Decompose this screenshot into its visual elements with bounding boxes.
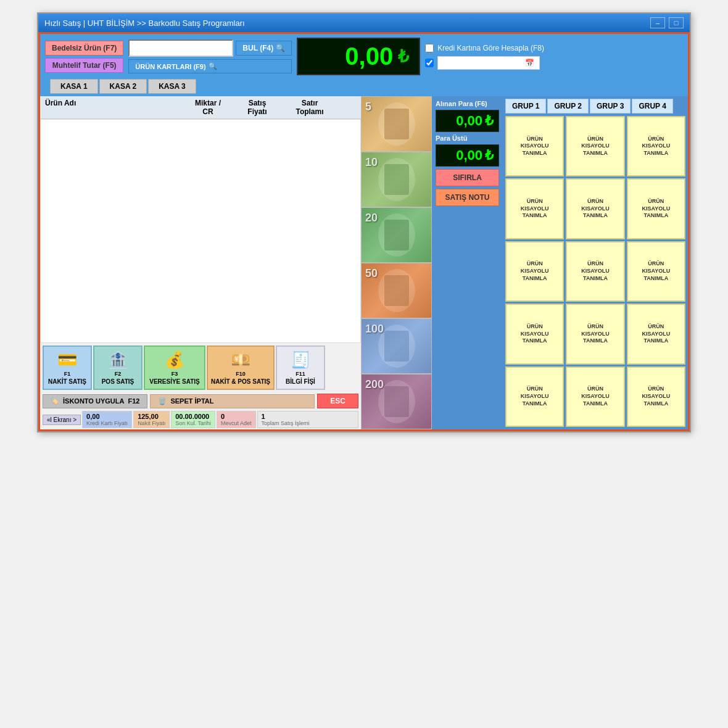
nakit-fiyati-cell: 125,00 Nakit Fiyatı [133,411,170,428]
mevcut-adet-value: 0 [221,413,252,420]
para-ustu-lira-symbol: ₺ [485,147,494,163]
banknote-5[interactable]: 5 [361,96,432,152]
shortcut-2[interactable]: ÜRÜNKISAYOLUTANIMLA [566,116,624,176]
grup3-tab[interactable]: GRUP 3 [590,99,631,114]
grup2-tab[interactable]: GRUP 2 [547,99,588,114]
grup1-tab[interactable]: GRUP 1 [505,99,546,114]
main-content: Bedelsiz Ürün (F7) Muhtelif Tutar (F5) B… [38,32,690,431]
shortcut-11[interactable]: ÜRÜNKISAYOLUTANIMLA [566,304,624,364]
muhtelif-button[interactable]: Muhtelif Tutar (F5) [45,58,123,73]
f3-key: F3 [172,371,178,377]
left-buttons: Bedelsiz Ürün (F7) Muhtelif Tutar (F5) [45,41,123,73]
face-shape [384,331,409,362]
esc-button[interactable]: ESC [317,394,358,408]
banknote-50[interactable]: 50 [361,263,432,318]
bilgi-fisi-button[interactable]: 🧾 F11 BİLGİ FİŞİ [276,345,325,390]
table-header: Ürün Adı Miktar /CR SatışFiyatı SatırTop… [40,96,361,119]
shortcut-6[interactable]: ÜRÜNKISAYOLUTANIMLA [627,178,685,239]
banknote-100[interactable]: 100 [361,318,432,374]
minimize-button[interactable]: – [650,17,665,28]
shortcut-8[interactable]: ÜRÜNKISAYOLUTANIMLA [566,241,624,302]
nakit-pos-label: NAKİT & POS SATIŞ [211,378,270,385]
para-ustu-label: Para Üstü [436,134,499,142]
kredi-karti-value: 0,00 [86,413,128,420]
banknote-10-label: 10 [365,156,378,169]
grup4-tab[interactable]: GRUP 4 [632,99,672,114]
credit-label: Kredi Kartına Göre Hesapla (F8) [437,44,544,52]
son-kul-tarihi-cell: 00.00.0000 Son Kul. Tarihi [171,411,215,428]
shortcut-3[interactable]: ÜRÜNKISAYOLUTANIMLA [627,116,685,176]
face-shape [384,109,409,139]
nakit-pos-satis-button[interactable]: 💴 F10 NAKİT & POS SATIŞ [207,345,275,390]
nakit-label: NAKİT SATIŞ [48,378,86,385]
date-year: 2024 [469,59,486,67]
f11-key: F11 [296,371,305,377]
shortcut-1[interactable]: ÜRÜNKISAYOLUTANIMLA [505,116,564,176]
face-shape [384,386,409,417]
bedelsiz-button[interactable]: Bedelsiz Ürün (F7) [45,41,123,56]
search-area: BUL (F4) 🔍 ÜRÜN KARTLARI (F9) 🔍 [128,39,292,73]
shortcut-12[interactable]: ÜRÜNKISAYOLUTANIMLA [627,304,685,364]
sepet-iptal-button[interactable]: 🗑️ SEPET İPTAL [150,394,315,408]
discount-icon: 🏷️ [51,397,59,405]
pos-label: POS SATIŞ [102,378,134,385]
bul-label: BUL (F4) [242,44,273,52]
shortcut-4[interactable]: ÜRÜNKISAYOLUTANIMLA [505,178,564,239]
toplam-satis-value: 1 [262,413,354,420]
ekrani-button[interactable]: «l Ekranı > [43,415,81,425]
shortcuts-panel: GRUP 1 GRUP 2 GRUP 3 GRUP 4 ÜRÜNKISAYOLU… [503,96,688,429]
veresiye-label: VERESİYE SATIŞ [149,378,200,385]
kredi-karti-cell: 0,00 Kredi Kartı Fiyatı [82,411,132,428]
shortcut-5[interactable]: ÜRÜNKISAYOLUTANIMLA [566,178,624,239]
col-action-header [337,99,356,116]
main-window: Hızlı Satış | UHT BİLİŞİM >> Barkodlu Sa… [37,12,691,432]
banknote-20[interactable]: 20 [361,207,432,263]
veresiye-satis-button[interactable]: 💰 F3 VERESİYE SATIŞ [144,345,205,390]
trash-icon: 🗑️ [158,397,167,405]
nakit-fiyati-label: Nakit Fiyatı [138,420,165,426]
shortcut-15[interactable]: ÜRÜNKISAYOLUTANIMLA [627,366,685,427]
satis-notu-button[interactable]: SATIŞ NOTU [436,189,499,206]
date-row: 3 Ocak 2024 Çarşamba 📅 [425,56,544,70]
shortcut-9[interactable]: ÜRÜNKISAYOLUTANIMLA [627,241,685,302]
f10-key: F10 [236,371,246,377]
f1-key: F1 [64,371,71,377]
nakit-satis-button[interactable]: 💳 F1 NAKİT SATIŞ [43,345,92,390]
kasa1-tab[interactable]: KASA 1 [50,79,98,94]
grup-tabs: GRUP 1 GRUP 2 GRUP 3 GRUP 4 [505,99,685,114]
para-ustu-value: 0,00 [456,147,482,163]
urun-kartlari-label: ÜRÜN KARTLARI (F9) [135,63,205,70]
maximize-button[interactable]: □ [669,17,684,28]
credit-checkbox[interactable] [425,44,434,52]
col-satis-header: SatışFiyatı [233,99,282,116]
date-display: 3 Ocak 2024 Çarşamba 📅 [437,56,540,70]
pos-satis-button[interactable]: 🏦 F2 POS SATIŞ [93,345,143,390]
date-checkbox[interactable] [425,59,434,67]
calendar-icon[interactable]: 📅 [525,59,534,67]
son-kul-tarihi-value: 00.00.0000 [175,413,211,420]
nakit-icon: 💳 [57,350,77,370]
shortcut-10[interactable]: ÜRÜNKISAYOLUTANIMLA [505,304,564,364]
credit-check-row: Kredi Kartına Göre Hesapla (F8) [425,44,544,52]
payment-buttons-row: 💳 F1 NAKİT SATIŞ 🏦 F2 POS SATIŞ 💰 F3 VER… [40,343,361,392]
banknote-10[interactable]: 10 [361,152,432,207]
search-input[interactable] [128,39,233,57]
shortcut-14[interactable]: ÜRÜNKISAYOLUTANIMLA [566,366,624,427]
window-controls: – □ [650,17,684,28]
kasa2-tab[interactable]: KASA 2 [99,79,147,94]
iskonto-label: İSKONTO UYGULA [63,397,124,405]
iskonto-button[interactable]: 🏷️ İSKONTO UYGULA F12 [43,394,147,408]
toplam-satis-label: Toplam Satış İşlemi [262,420,354,426]
face-shape [384,275,409,306]
sifirla-button[interactable]: SIFIRLA [436,169,499,186]
shortcut-13[interactable]: ÜRÜNKISAYOLUTANIMLA [505,366,564,427]
banknote-200[interactable]: 200 [361,374,432,429]
kasa3-tab[interactable]: KASA 3 [148,79,196,94]
window-title: Hızlı Satış | UHT BİLİŞİM >> Barkodlu Sa… [44,19,245,28]
banknote-200-label: 200 [365,378,384,391]
urun-kartlari-button[interactable]: ÜRÜN KARTLARI (F9) 🔍 [128,59,292,73]
bul-button[interactable]: BUL (F4) 🔍 [236,41,292,56]
alinan-para-label: Alınan Para (F6) [436,100,499,107]
shortcut-7[interactable]: ÜRÜNKISAYOLUTANIMLA [505,241,564,302]
bilgi-icon: 🧾 [291,350,310,370]
